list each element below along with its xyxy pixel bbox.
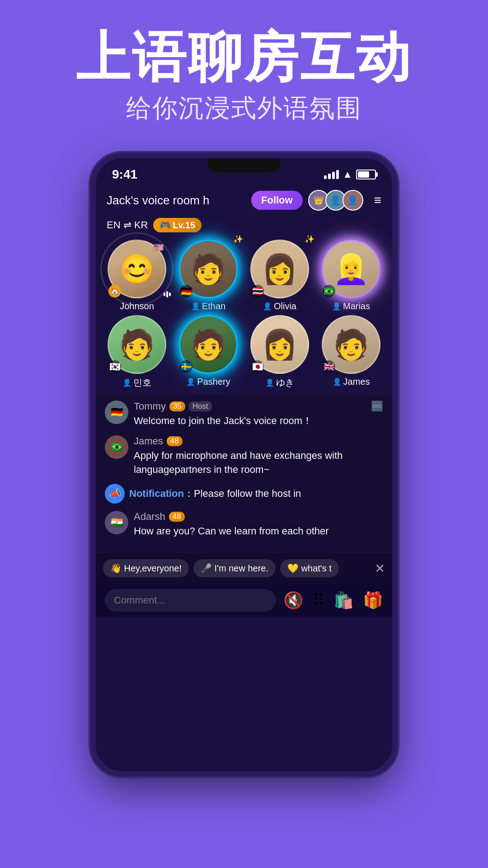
participant-name: Marias — [343, 301, 370, 311]
flag-badge: 🇹🇭 — [251, 285, 264, 297]
user-icon: 👤 — [265, 378, 274, 387]
participant-pashery[interactable]: 🧑 🇸🇪 👤 Pashery — [174, 315, 242, 389]
participant-james[interactable]: 🧑 🇬🇧 👤 James — [317, 315, 385, 389]
avatar-wrap: 🧑 🇬🇧 — [322, 315, 380, 374]
avatar-wrap: 🧑 🇩🇪 ✨ — [179, 240, 238, 298]
chat-username-row: Tommy 35 Host 🔤 — [134, 401, 383, 412]
status-icons: ▲ — [324, 169, 376, 180]
user-icon: 👤 — [186, 377, 195, 386]
notification-text: Notification：Please follow the host in — [129, 487, 301, 500]
chat-text: Welcome to join the Jack's voice room！ — [134, 414, 383, 428]
status-time: 9:41 — [112, 167, 137, 182]
quick-reply-btn-2[interactable]: 💛 what's t — [280, 559, 339, 577]
avatar-wrap: 👱‍♀️ 🇧🇷 — [322, 240, 380, 298]
chat-username: Tommy — [134, 401, 166, 412]
participant-name-wrap: 👤 Ethan — [191, 301, 225, 311]
quick-reply-btn-1[interactable]: 🎤 I'm new here. — [193, 559, 276, 577]
chat-username-row: James 48 — [134, 435, 383, 447]
participant-name-wrap: 👤 Olivia — [263, 301, 296, 311]
notification-label: Notification — [129, 488, 184, 499]
shop-icon[interactable]: 🛍️ — [333, 591, 354, 610]
participant-marias[interactable]: 👱‍♀️ 🇧🇷 👤 Marias — [317, 240, 385, 311]
phone-notch — [208, 158, 280, 173]
participant-name-wrap: 👤 James — [333, 377, 370, 387]
signal-icon — [324, 170, 339, 179]
gift-icon[interactable]: 🎁 — [363, 591, 383, 610]
chat-tag: Host — [189, 401, 212, 411]
participant-name-wrap: 👤 Marias — [332, 301, 370, 311]
room-title: Jack's voice room h — [107, 193, 246, 208]
quick-reply-btn-0[interactable]: 👋 Hey,everyone! — [103, 559, 189, 577]
avatar-wrap: 🧑 🇸🇪 — [179, 315, 238, 374]
avatar-wrap: 😊 🏠 🇺🇸 — [108, 240, 166, 298]
participant-민호[interactable]: 🧑 🇰🇷 👤 민호 — [103, 315, 171, 389]
quick-replies-bar: 👋 Hey,everyone!🎤 I'm new here.💛 what's t… — [96, 553, 392, 584]
chat-username: James — [134, 435, 163, 447]
user-icon: 👤 — [332, 302, 341, 311]
star-decoration: ✨ — [233, 234, 243, 244]
avatar-wrap: 👩 🇯🇵 — [250, 315, 309, 374]
sub-title: 给你沉浸式外语氛围 — [0, 91, 488, 126]
comment-input[interactable] — [105, 589, 276, 612]
participant-name: James — [343, 377, 370, 387]
promo-section: 上语聊房互动 给你沉浸式外语氛围 — [0, 0, 488, 139]
chat-content: James 48 Apply for microphone and have e… — [134, 435, 383, 477]
participants-grid: 😊 🏠 🇺🇸 Johnson 🧑 🇩🇪 ✨ 👤 — [96, 235, 392, 393]
flag-badge: 🇬🇧 — [323, 360, 335, 373]
chat-username-row: Adarsh 48 — [134, 511, 383, 523]
participant-name-wrap: 👤 Pashery — [186, 377, 230, 387]
action-icons: 🔇 ⠿ 🛍️ 🎁 — [283, 591, 383, 610]
room-header: Jack's voice room h Follow 👑 👤 👤 ≡ — [96, 185, 392, 215]
comment-bar: 🔇 ⠿ 🛍️ 🎁 — [96, 584, 392, 617]
participant-johnson[interactable]: 😊 🏠 🇺🇸 Johnson — [103, 240, 171, 311]
wifi-icon: ▲ — [343, 169, 352, 180]
translate-icon[interactable]: 🔤 — [371, 401, 383, 412]
main-title: 上语聊房互动 — [0, 27, 488, 87]
chat-avatar: 🇮🇳 — [105, 511, 128, 534]
follow-button[interactable]: Follow — [251, 191, 303, 210]
participant-name-wrap: 👤 ゆき — [265, 377, 294, 389]
flag-badge: 🇩🇪 — [180, 285, 192, 297]
room-avatar-3: 👤 — [343, 190, 363, 211]
participant-name: 민호 — [133, 377, 151, 389]
level-icon: 🎮 — [160, 220, 171, 231]
chat-avatar: 🇩🇪 — [105, 401, 128, 424]
participant-name: Ethan — [202, 301, 225, 311]
star-decoration: ✨ — [305, 234, 314, 244]
participant-ethan[interactable]: 🧑 🇩🇪 ✨ 👤 Ethan — [174, 240, 242, 311]
chat-message: 🇩🇪 Tommy 35 Host 🔤 Welcome to join the J… — [105, 401, 383, 428]
notification-message: 📣 Notification：Please follow the host in — [105, 484, 383, 504]
phone-wrapper: 9:41 ▲ Jack's voice room h Follow — [0, 153, 488, 777]
chat-content: Adarsh 48 How are you? Can we learn from… — [134, 511, 383, 538]
chat-text: Apply for microphone and have exchanges … — [134, 449, 383, 477]
level-badge: 🎮 Lv.15 — [153, 218, 202, 232]
chat-level: 35 — [169, 401, 185, 411]
participant-olivia[interactable]: 👩 🇹🇭 ✨ 👤 Olivia — [246, 240, 314, 311]
avatar-wrap: 🧑 🇰🇷 — [108, 315, 166, 374]
grid-icon[interactable]: ⠿ — [313, 591, 324, 610]
mic-wave — [164, 291, 171, 297]
menu-icon[interactable]: ≡ — [374, 193, 381, 208]
participant-name: Olivia — [274, 301, 296, 311]
user-icon: 👤 — [191, 302, 200, 311]
host-badge: 🏠 — [108, 285, 121, 297]
chat-level: 48 — [167, 436, 183, 446]
participant-name: ゆき — [276, 377, 294, 389]
user-icon: 👤 — [263, 302, 272, 311]
user-icon: 👤 — [122, 378, 131, 387]
participant-ゆき[interactable]: 👩 🇯🇵 👤 ゆき — [246, 315, 314, 389]
flag-badge: 🇰🇷 — [108, 360, 121, 373]
chat-message: 🇧🇷 James 48 Apply for microphone and hav… — [105, 435, 383, 477]
chat-message: 🇮🇳 Adarsh 48 How are you? Can we learn f… — [105, 511, 383, 538]
mute-icon[interactable]: 🔇 — [283, 591, 304, 610]
participant-name: Pashery — [197, 377, 230, 387]
chat-level: 48 — [169, 512, 185, 522]
notification-icon: 📣 — [105, 484, 125, 504]
chat-avatar: 🇧🇷 — [105, 435, 128, 459]
quick-reply-close-button[interactable]: ✕ — [375, 561, 385, 576]
room-avatars: 👑 👤 👤 — [308, 190, 363, 211]
chat-username: Adarsh — [134, 511, 165, 523]
flag-badge: 🇯🇵 — [251, 360, 264, 373]
flag-badge: 🇸🇪 — [180, 360, 192, 373]
chat-area: 🇩🇪 Tommy 35 Host 🔤 Welcome to join the J… — [96, 395, 392, 551]
